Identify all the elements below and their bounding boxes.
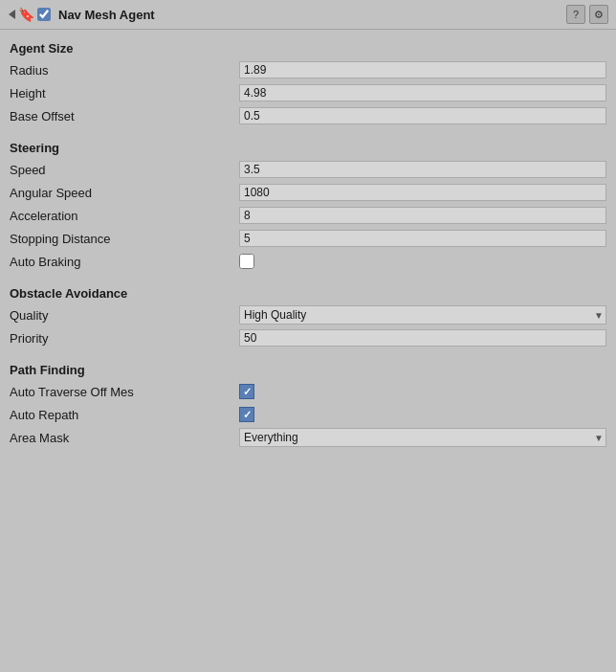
radius-label: Radius [10, 63, 239, 78]
radius-input[interactable] [239, 61, 606, 78]
auto-braking-label: Auto Braking [10, 255, 239, 269]
height-label: Height [10, 86, 239, 101]
height-input[interactable] [239, 84, 606, 101]
area-mask-dropdown-wrapper: Everything Nothing Walkable ▼ [239, 428, 606, 447]
help-button[interactable]: ? [566, 5, 585, 24]
quality-dropdown[interactable]: High Quality Medium Quality Low Quality … [239, 305, 606, 325]
auto-traverse-row: Auto Traverse Off Mes [0, 380, 616, 403]
priority-row: Priority [0, 326, 616, 349]
agent-size-section-label: Agent Size [0, 35, 616, 58]
path-finding-section-label: Path Finding [0, 357, 616, 380]
area-mask-row: Area Mask Everything Nothing Walkable ▼ [0, 426, 616, 449]
area-mask-label: Area Mask [10, 431, 239, 445]
base-offset-row: Base Offset [0, 104, 616, 127]
priority-label: Priority [10, 331, 239, 346]
acceleration-input[interactable] [239, 207, 606, 224]
speed-row: Speed [0, 158, 616, 181]
quality-row: Quality High Quality Medium Quality Low … [0, 303, 616, 326]
auto-traverse-checkbox[interactable] [239, 384, 254, 399]
speed-label: Speed [10, 163, 239, 177]
auto-repath-label: Auto Repath [10, 408, 239, 422]
angular-speed-row: Angular Speed [0, 181, 616, 204]
priority-input[interactable] [239, 329, 606, 347]
angular-speed-input[interactable] [239, 184, 606, 201]
speed-input[interactable] [239, 161, 606, 178]
auto-traverse-label: Auto Traverse Off Mes [10, 385, 239, 399]
quality-label: Quality [10, 308, 239, 323]
base-offset-input[interactable] [239, 107, 606, 124]
stopping-distance-label: Stopping Distance [10, 232, 239, 246]
acceleration-row: Acceleration [0, 204, 616, 227]
settings-button[interactable]: ⚙ [589, 5, 608, 24]
component-header: 🔖 Nav Mesh Agent ? ⚙ [0, 0, 616, 30]
radius-row: Radius [0, 58, 616, 81]
base-offset-label: Base Offset [10, 109, 239, 123]
bookmark-icon: 🔖 [18, 7, 34, 22]
quality-dropdown-wrapper: High Quality Medium Quality Low Quality … [239, 305, 606, 325]
angular-speed-label: Angular Speed [10, 186, 239, 200]
component-content: Agent Size Radius Height Base Offset Ste… [0, 30, 616, 455]
area-mask-dropdown[interactable]: Everything Nothing Walkable [239, 428, 606, 447]
height-row: Height [0, 81, 616, 104]
auto-braking-checkbox[interactable] [239, 254, 254, 269]
auto-braking-row: Auto Braking [0, 250, 616, 273]
component-enable-checkbox[interactable] [37, 8, 51, 21]
stopping-distance-input[interactable] [239, 230, 606, 247]
stopping-distance-row: Stopping Distance [0, 227, 616, 250]
header-icons: 🔖 [8, 7, 51, 22]
acceleration-label: Acceleration [10, 209, 239, 223]
steering-section-label: Steering [0, 135, 616, 158]
header-buttons: ? ⚙ [566, 5, 608, 24]
auto-repath-checkbox[interactable] [239, 407, 254, 422]
component-title: Nav Mesh Agent [58, 8, 562, 22]
collapse-arrow-icon[interactable] [8, 10, 15, 19]
auto-repath-row: Auto Repath [0, 403, 616, 426]
obstacle-avoidance-section-label: Obstacle Avoidance [0, 280, 616, 303]
